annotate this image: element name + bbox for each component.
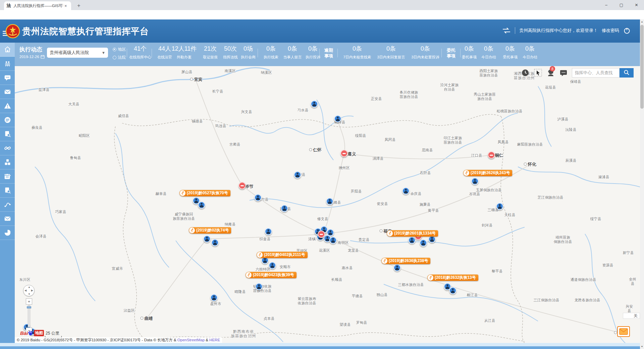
person-marker[interactable] xyxy=(428,236,436,243)
doc-search-icon xyxy=(4,187,11,194)
sidebar-item-calendar[interactable] xyxy=(0,169,15,184)
sidebar-nav xyxy=(0,43,15,343)
stat-item: 12人11件外勤办案 xyxy=(172,43,197,60)
logout-power-icon[interactable] xyxy=(623,27,631,34)
sidebar-item-doc-search[interactable] xyxy=(0,184,15,198)
sidebar-item-cubes[interactable] xyxy=(0,155,15,169)
case-label[interactable]: (2019)黔0402执2111号 xyxy=(257,252,308,258)
alert-marker[interactable] xyxy=(318,231,325,238)
exec-dynamics-title: 执行动态 xyxy=(19,46,42,53)
sidebar-item-route[interactable] xyxy=(0,198,15,212)
person-marker[interactable] xyxy=(254,194,262,201)
case-label[interactable]: (2019)黔0527执恢70号 xyxy=(179,190,230,196)
map-pan-control[interactable]: ▲▼ ◀▶ xyxy=(23,285,35,296)
person-icon xyxy=(497,204,502,209)
person-icon xyxy=(473,179,477,184)
mail-icon xyxy=(4,215,11,222)
select-cursor-icon[interactable] xyxy=(534,69,542,77)
person-marker[interactable] xyxy=(211,239,219,246)
sidebar-item-chat[interactable] xyxy=(0,71,15,85)
new-tab-button[interactable]: + xyxy=(75,2,83,10)
person-icon xyxy=(328,230,333,235)
stat-item: 0条3日内未回复留言 xyxy=(377,43,405,60)
scrollbar-down-icon[interactable]: ▼ xyxy=(640,344,644,349)
chat-icon xyxy=(4,74,11,81)
person-marker[interactable] xyxy=(265,228,272,235)
person-marker[interactable] xyxy=(496,203,503,210)
browser-tab[interactable]: 法 人民法院执行指挥——GIS可视化 × xyxy=(4,1,71,10)
person-marker[interactable] xyxy=(393,264,401,271)
runner-icon xyxy=(388,231,392,236)
court-selector-dropdown[interactable]: 贵州省高级人民法院▼ xyxy=(47,48,108,58)
switch-view-icon[interactable] xyxy=(502,28,511,34)
mail-icon xyxy=(4,88,11,95)
here-link[interactable]: HERE xyxy=(209,338,220,342)
scrollbar-up-icon[interactable]: ▲ xyxy=(640,19,644,24)
alert-marker[interactable] xyxy=(488,151,495,159)
alert-icon xyxy=(4,102,11,109)
person-icon xyxy=(282,206,287,211)
case-label[interactable]: (2019)黔2601执1334号 xyxy=(387,230,438,237)
sidebar-item-team[interactable] xyxy=(0,57,15,71)
person-icon xyxy=(421,240,426,246)
map-search-button[interactable] xyxy=(620,68,634,78)
map-region[interactable]: 屏山县宜宾南溪区纳溪区长宁县兴文县筠连县威信县镇雄县盐津县大关县彝良县昭阳区鲁甸… xyxy=(15,66,640,343)
case-label[interactable]: (2019)黔2636执238号 xyxy=(381,258,430,264)
person-marker[interactable] xyxy=(334,115,341,122)
window-minimize-button[interactable]: – xyxy=(599,0,614,10)
case-label[interactable]: (2018)黔2632执恢13号 xyxy=(427,275,478,281)
person-marker[interactable] xyxy=(281,205,288,212)
person-marker[interactable] xyxy=(269,262,276,269)
map-search-input[interactable] xyxy=(572,68,620,78)
person-marker[interactable] xyxy=(294,171,301,179)
sidebar-item-archive[interactable] xyxy=(0,113,15,127)
sidebar-item-alert[interactable] xyxy=(0,99,15,113)
mail-widget-button[interactable] xyxy=(617,326,630,337)
person-marker[interactable] xyxy=(255,283,263,290)
message-icon[interactable] xyxy=(559,69,568,77)
case-label[interactable]: (2019)黔2626执243号 xyxy=(463,170,512,176)
zoom-in-button[interactable]: + xyxy=(26,298,32,305)
person-marker[interactable] xyxy=(329,237,337,244)
person-marker[interactable] xyxy=(408,237,416,244)
stat-item: 0条受托事项 xyxy=(503,43,518,60)
runner-icon xyxy=(464,171,469,175)
panel-close-tab[interactable]: 关 xyxy=(623,313,640,319)
window-close-button[interactable]: ✕ xyxy=(629,0,644,10)
stats-divider xyxy=(127,49,127,57)
person-marker[interactable] xyxy=(402,187,410,195)
person-marker[interactable] xyxy=(203,235,211,243)
history-clock-icon[interactable] xyxy=(521,69,529,77)
case-label[interactable]: (2019)黔02执74号 xyxy=(189,227,231,234)
person-marker[interactable] xyxy=(311,100,318,108)
sidebar-item-link[interactable] xyxy=(0,141,15,155)
alert-marker[interactable] xyxy=(340,150,348,157)
runner-icon xyxy=(428,276,433,280)
person-marker[interactable] xyxy=(449,287,457,294)
filter-radio-地区[interactable]: 地区 xyxy=(113,46,126,53)
case-label[interactable]: (2019)黔0423执恢39号 xyxy=(246,272,297,278)
delegate-group-title: 委托 事项 xyxy=(446,47,457,59)
exec-date[interactable]: 2019-12-26 xyxy=(19,55,45,59)
person-marker[interactable] xyxy=(198,201,205,209)
person-marker[interactable] xyxy=(210,294,218,301)
page-bottom-strip xyxy=(0,343,640,346)
sidebar-item-pie[interactable] xyxy=(0,226,15,240)
stats-divider xyxy=(152,49,152,57)
tab-close-icon[interactable]: × xyxy=(64,3,67,8)
alert-marker[interactable] xyxy=(238,182,246,189)
sidebar-item-doc-search[interactable] xyxy=(0,127,15,141)
filter-radio-法院[interactable]: 法院 xyxy=(113,54,126,61)
page-scrollbar[interactable]: ▲ ▼ xyxy=(640,19,644,349)
sidebar-item-mail[interactable] xyxy=(0,212,15,226)
change-password-link[interactable]: 修改密码 xyxy=(602,28,619,34)
sidebar-item-mail[interactable] xyxy=(0,85,15,99)
person-marker[interactable] xyxy=(420,239,427,247)
osm-link[interactable]: OpenStreetMap xyxy=(177,338,205,342)
person-marker[interactable] xyxy=(326,198,333,205)
scrollbar-thumb[interactable] xyxy=(640,25,644,109)
window-maximize-button[interactable]: ▢ xyxy=(614,0,629,10)
person-marker[interactable] xyxy=(471,178,479,185)
zoom-slider-handle[interactable] xyxy=(27,306,31,308)
sidebar-item-home[interactable] xyxy=(0,43,15,57)
